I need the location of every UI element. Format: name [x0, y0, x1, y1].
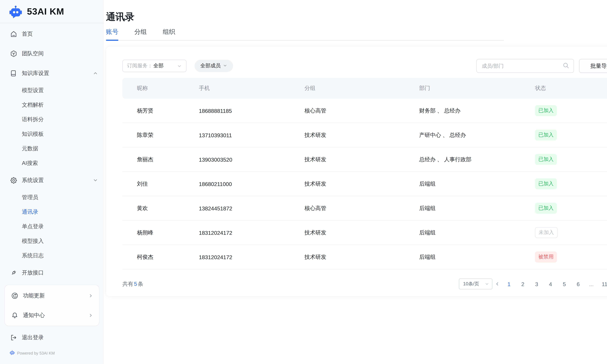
filter-bar: 订阅服务： 全部 全部成员 [122, 59, 607, 73]
search-input[interactable] [476, 59, 574, 73]
cell-department: 后端组 [419, 254, 535, 260]
logo: 53AI KM [0, 0, 104, 23]
status-badge: 已加入 [535, 203, 557, 214]
cell-department: 后端组 [419, 181, 535, 187]
gear-icon [10, 176, 17, 184]
page-number[interactable]: 11 [602, 281, 607, 287]
cell-phone: 18312024172 [199, 254, 304, 260]
sidebar-item-feature-updates[interactable]: 功能更新 [5, 286, 99, 305]
team-space-icon [10, 50, 17, 57]
member-filter-value: 全部成员 [200, 63, 221, 69]
status-badge: 未加入 [535, 227, 558, 238]
pagination-controls: 10条/页 1 2 3 4 5 6 ... 11 [459, 278, 607, 289]
sidebar-bottom-card: 功能更新 通知中心 [4, 285, 99, 326]
pagination-bar: 共有5条 10条/页 1 2 3 4 5 6 ... [122, 278, 607, 290]
status-badge: 已加入 [535, 154, 557, 165]
subscribe-service-select[interactable]: 订阅服务： 全部 [122, 60, 186, 72]
cell-department: 总经办 、 人事行政部 [419, 156, 535, 163]
plug-icon [10, 269, 17, 277]
sidebar-nav: 首页 团队空间 知识库设置 [0, 23, 104, 364]
cell-phone: 18312024172 [199, 230, 304, 236]
tab-groups[interactable]: 分组 [134, 28, 147, 40]
page-number[interactable]: 2 [520, 281, 526, 287]
cell-group: 核心高管 [304, 205, 419, 212]
sidebar-item-label: 首页 [22, 30, 33, 37]
bell-icon [11, 311, 19, 319]
sidebar-item-corpus-split[interactable]: 语料拆分 [0, 112, 104, 127]
cell-nickname: 杨朔峰 [122, 229, 199, 236]
table-row: 刘佳 18680211000 技术研发 后端组 已加入 编辑 使用记录 删除 [122, 172, 607, 196]
chevron-down-icon [177, 64, 182, 68]
sidebar-item-admins[interactable]: 管理员 [0, 190, 104, 205]
status-badge: 已加入 [535, 105, 557, 116]
tab-organization[interactable]: 组织 [163, 28, 175, 40]
chevron-up-icon [93, 71, 98, 76]
bulk-import-button[interactable]: 批量导入 [579, 59, 607, 73]
logo-text: 53AI KM [27, 6, 64, 17]
cell-phone: 13903003520 [199, 156, 304, 163]
main-content: 通讯录 账号 分组 组织 订阅服务： 全部 全部成员 [104, 0, 607, 364]
refresh-icon [11, 292, 19, 299]
sidebar-item-model-settings[interactable]: 模型设置 [0, 83, 104, 98]
cell-phone: 18680211000 [199, 181, 304, 187]
sidebar-item-system-settings[interactable]: 系统设置 [0, 170, 104, 190]
subscribe-service-label: 订阅服务： [127, 63, 153, 69]
page-number[interactable]: 4 [548, 281, 553, 287]
cell-department: 后端组 [419, 229, 535, 236]
sidebar-item-open-api[interactable]: 开放接口 [0, 263, 104, 283]
sidebar-item-logout[interactable]: 退出登录 [0, 328, 104, 347]
sidebar-item-doc-parsing[interactable]: 文档解析 [0, 98, 104, 112]
cell-group: 技术研发 [304, 181, 419, 187]
prev-page-button[interactable] [495, 281, 500, 286]
table-row: 陈章荣 13710393011 技术研发 产研中心 、 总经办 已加入 编辑 使… [122, 123, 607, 147]
cell-nickname: 刘佳 [122, 181, 199, 187]
cell-group: 技术研发 [304, 229, 419, 236]
sidebar-item-team-space[interactable]: 团队空间 [0, 44, 104, 63]
page-size-select[interactable]: 10条/页 [459, 278, 492, 289]
table-header: 昵称 手机 分组 部门 状态 操作 [122, 78, 607, 99]
home-icon [10, 30, 17, 38]
cell-phone: 18688881185 [199, 108, 304, 114]
page-number-current[interactable]: 1 [506, 281, 512, 287]
sidebar-item-metadata[interactable]: 元数据 [0, 141, 104, 156]
cell-group: 技术研发 [304, 132, 419, 139]
cell-department: 产研中心 、 总经办 [419, 132, 535, 139]
cell-phone: 13710393011 [199, 132, 304, 138]
page-title: 通讯录 [106, 11, 607, 23]
robot-logo-icon [9, 5, 23, 18]
sidebar-item-knowledge-template[interactable]: 知识模板 [0, 127, 104, 141]
header-status: 状态 [535, 85, 607, 92]
member-filter-dropdown[interactable]: 全部成员 [195, 60, 233, 72]
chevron-left-icon [495, 281, 500, 286]
sidebar-item-contacts[interactable]: 通讯录 [0, 205, 104, 219]
sidebar-item-label: 系统设置 [22, 177, 44, 184]
page-ellipsis[interactable]: ... [589, 281, 594, 287]
cell-nickname: 陈章荣 [122, 132, 199, 139]
sidebar-item-ai-search[interactable]: AI搜索 [0, 156, 104, 170]
status-badge: 被禁用 [535, 251, 557, 262]
cell-phone: 13824451872 [199, 205, 304, 211]
page-number[interactable]: 3 [534, 281, 540, 287]
robot-logo-mini-icon [10, 350, 15, 357]
subscribe-service-value: 全部 [153, 63, 163, 69]
app-window: 53AI KM 首页 团队空间 [0, 0, 607, 364]
sidebar-item-system-logs[interactable]: 系统日志 [0, 248, 104, 263]
sidebar-item-kb-settings[interactable]: 知识库设置 [0, 63, 104, 83]
header-phone: 手机 [199, 85, 304, 92]
page-number[interactable]: 6 [575, 281, 581, 287]
chevron-down-icon [223, 63, 227, 69]
header-nickname: 昵称 [122, 85, 199, 92]
sidebar-item-sso[interactable]: 单点登录 [0, 219, 104, 234]
header-department: 部门 [419, 85, 535, 92]
table-row: 詹丽杰 13903003520 技术研发 总经办 、 人事行政部 已加入 编辑 … [122, 147, 607, 172]
table-row: 黄欢 13824451872 核心高管 后端组 已加入 编辑 使用记录 删除 [122, 196, 607, 221]
sidebar-item-model-access[interactable]: 模型接入 [0, 234, 104, 248]
tab-accounts[interactable]: 账号 [106, 28, 118, 40]
cell-nickname: 黄欢 [122, 205, 199, 212]
sidebar-item-home[interactable]: 首页 [0, 24, 104, 44]
sidebar-item-notification-center[interactable]: 通知中心 [5, 305, 99, 325]
cell-group: 技术研发 [304, 156, 419, 163]
sidebar-item-label: 通知中心 [23, 312, 45, 319]
page-number[interactable]: 5 [561, 281, 567, 287]
table-row: 柯俊杰 18312024172 技术研发 后端组 被禁用 编辑 使用记录 删除 [122, 245, 607, 269]
